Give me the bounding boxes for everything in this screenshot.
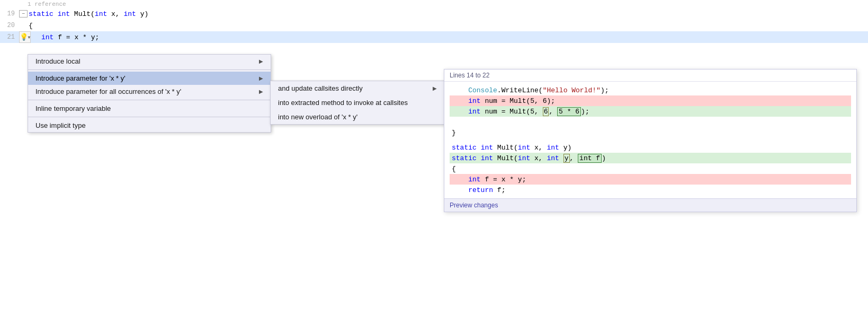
code-line-21: 21 💡 ▼ int f = x * y; <box>0 31 868 43</box>
menu-item-new-overload-label: into new overload of 'x * y' <box>278 113 437 121</box>
preview-line-empty1 <box>450 117 851 127</box>
preview-line-return-f: return f; <box>450 185 851 195</box>
preview-line-int-num-red: int num = Mult(5, 6); <box>450 95 851 106</box>
menu-item-inline-temp[interactable]: Inline temporary variable <box>28 102 271 115</box>
lightbulb-icon: 💡 <box>20 33 28 41</box>
collapse-button-19[interactable]: − <box>19 10 28 18</box>
code-content-21: int f = x * y; <box>41 33 868 41</box>
menu-item-extracted-method[interactable]: into extracted method to invoke at calls… <box>271 95 444 110</box>
code-content-20: { <box>29 22 868 30</box>
code-editor: 1 reference 19 − static int Mult(int x, … <box>0 0 868 43</box>
menu-divider-1 <box>28 69 271 70</box>
preview-line-static-mult-green: static int Mult(int x, int y, int f) <box>450 153 851 163</box>
menu-divider-3 <box>28 117 271 117</box>
menu-divider-2 <box>28 100 271 100</box>
menu-item-new-overload[interactable]: into new overload of 'x * y' <box>271 110 444 124</box>
menu-item-introduce-local[interactable]: Introduce local ▶ <box>28 55 271 68</box>
lightbulb-button[interactable]: 💡 ▼ <box>19 31 31 43</box>
code-line-20: 20 { <box>0 20 868 31</box>
preview-spacer <box>450 138 851 142</box>
menu-item-inline-temp-label: Inline temporary variable <box>35 104 263 112</box>
preview-title: Lines 14 to 22 <box>444 69 856 82</box>
code-content-19: static int Mult(int x, int y) <box>29 10 868 18</box>
menu-item-update-callsites-label: and update callsites directly <box>278 84 433 92</box>
editor-area: 1 reference 19 − static int Mult(int x, … <box>0 0 868 323</box>
menu-item-introduce-param-xy[interactable]: Introduce parameter for 'x * y' ▶ <box>28 72 271 85</box>
menu-item-introduce-param-all[interactable]: Introduce parameter for all occurrences … <box>28 85 271 98</box>
menu-item-introduce-local-label: Introduce local <box>35 57 259 65</box>
preview-line-brace: } <box>450 127 851 138</box>
menu-item-introduce-param-xy-label: Introduce parameter for 'x * y' <box>35 74 259 82</box>
reference-text: 1 reference <box>0 0 868 8</box>
preview-line-console: Console.WriteLine("Hello World!"); <box>450 85 851 95</box>
line-number-20: 20 <box>0 22 19 29</box>
menu-item-use-implicit[interactable]: Use implicit type <box>28 119 271 132</box>
submenu-arrow-introduce-param-xy: ▶ <box>259 75 263 81</box>
preview-code: Console.WriteLine("Hello World!"); int n… <box>444 82 856 198</box>
preview-panel: Lines 14 to 22 Console.WriteLine("Hello … <box>444 69 857 212</box>
preview-line-int-f-red: int f = x * y; <box>450 174 851 185</box>
dropdown-arrow-icon: ▼ <box>28 35 31 40</box>
code-line-19: 19 − static int Mult(int x, int y) <box>0 8 868 20</box>
submenu-arrow-introduce-local: ▶ <box>259 58 263 64</box>
line-number-21: 21 <box>0 33 19 41</box>
line-number-19: 19 <box>0 10 19 18</box>
context-menu-level2: and update callsites directly ▶ into ext… <box>270 81 445 125</box>
menu-item-use-implicit-label: Use implicit type <box>35 121 263 129</box>
preview-footer[interactable]: Preview changes <box>444 198 856 212</box>
preview-line-int-num-green: int num = Mult(5, 6, 5 * 6); <box>450 106 851 117</box>
submenu-arrow-introduce-param-all: ▶ <box>259 89 263 94</box>
context-menu-level1: Introduce local ▶ Introduce parameter fo… <box>28 54 271 133</box>
submenu-arrow-update-callsites: ▶ <box>433 85 437 91</box>
menu-item-extracted-method-label: into extracted method to invoke at calls… <box>278 99 437 107</box>
menu-item-introduce-param-all-label: Introduce parameter for all occurrences … <box>35 88 259 95</box>
preview-line-open-brace: { <box>450 163 851 174</box>
menu-item-update-callsites[interactable]: and update callsites directly ▶ <box>271 81 444 95</box>
preview-line-static-mult-normal: static int Mult(int x, int y) <box>450 142 851 153</box>
